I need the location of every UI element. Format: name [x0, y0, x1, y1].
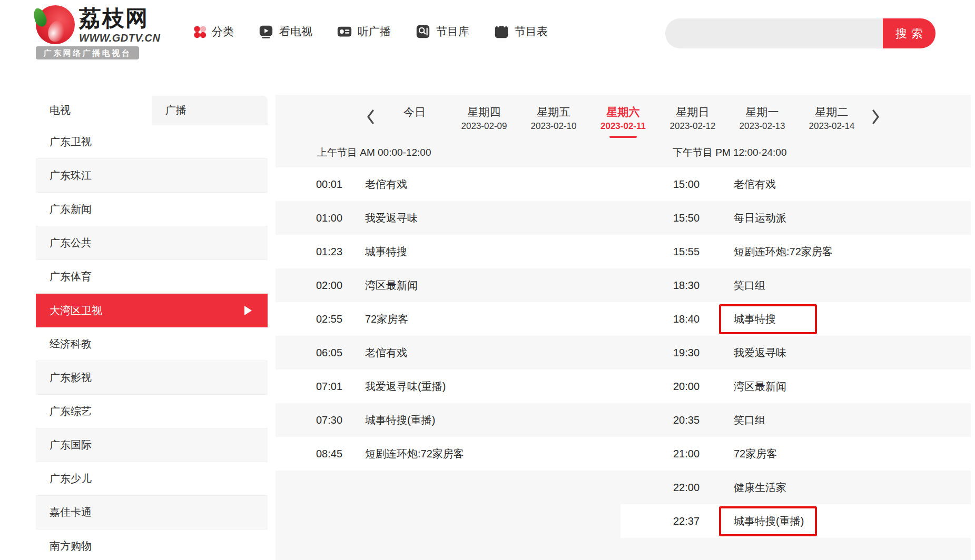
categories-icon	[193, 25, 206, 38]
program-row[interactable]: 02:00湾区最新闻	[275, 268, 621, 302]
nav-item-listen-radio[interactable]: 听广播	[337, 24, 391, 39]
program-title: 每日运动派	[734, 211, 786, 225]
channel-label: 广东体育	[36, 269, 92, 284]
channel-label: 广东珠江	[36, 168, 92, 183]
sidebar-channel[interactable]: 广东国际	[36, 428, 268, 462]
sidebar-channel[interactable]: 嘉佳卡通	[36, 496, 268, 529]
program-time: 20:35	[673, 414, 734, 426]
sidebar-channel-selected[interactable]: 大湾区卫视	[36, 294, 268, 327]
program-row[interactable]: 20:35笑口组	[621, 403, 971, 437]
date-nav-today[interactable]: 今日	[380, 104, 449, 138]
date-nav-day[interactable]: 星期四2023-02-09	[449, 104, 519, 138]
sidebar-channel[interactable]: 广东新闻	[36, 193, 268, 226]
channel-label: 广东综艺	[36, 404, 92, 418]
program-row[interactable]: 15:50每日运动派	[621, 201, 971, 235]
program-title: 笑口组	[734, 413, 765, 427]
sidebar-channel[interactable]: 广东影视	[36, 361, 268, 395]
sidebar: 电视 广播 广东卫视广东珠江广东新闻广东公共广东体育大湾区卫视经济科教广东影视广…	[36, 96, 268, 560]
program-row[interactable]: 15:00老倌有戏	[621, 167, 971, 201]
program-row[interactable]: 07:01我爱返寻味(重播)	[275, 369, 621, 403]
program-row[interactable]: 00:01老倌有戏	[275, 167, 621, 201]
channel-label: 嘉佳卡通	[36, 505, 92, 519]
channel-list: 广东卫视广东珠江广东新闻广东公共广东体育大湾区卫视经济科教广东影视广东综艺广东国…	[36, 125, 268, 560]
program-row[interactable]: 21:0072家房客	[621, 437, 971, 471]
sidebar-channel[interactable]: 南方购物	[36, 529, 268, 560]
nav-item-program-library[interactable]: 节目库	[415, 24, 469, 39]
date-nav-day-selected[interactable]: 星期六2023-02-11	[588, 104, 658, 138]
logo-highlight	[45, 18, 68, 45]
sidebar-channel[interactable]: 广东卫视	[36, 125, 268, 159]
program-time: 22:00	[673, 482, 734, 494]
logo-title: 荔枝网	[79, 5, 142, 32]
channel-label: 南方购物	[36, 539, 92, 553]
tab-tv[interactable]: 电视	[36, 96, 152, 125]
sidebar-tabs: 电视 广播	[36, 96, 268, 125]
logo-subtitle: 广东网络广播电视台	[36, 46, 139, 59]
program-time: 15:50	[673, 212, 734, 224]
site-header: 荔枝网 WWW.GDTV.CN 广东网络广播电视台 分类看电视听广播节目库节目表…	[0, 0, 975, 71]
search-input[interactable]	[665, 18, 883, 48]
program-title: 我爱返寻味	[365, 211, 418, 225]
program-row[interactable]: 22:00健康生活家	[621, 471, 971, 504]
program-row[interactable]: 01:00我爱返寻味	[275, 201, 621, 235]
sidebar-channel[interactable]: 经济科教	[36, 327, 268, 361]
program-time: 07:01	[316, 381, 365, 393]
program-row[interactable]: 19:30我爱返寻味	[621, 336, 971, 369]
program-title: 老倌有戏	[365, 177, 407, 192]
channel-label: 广东新闻	[36, 202, 92, 216]
sidebar-channel[interactable]: 广东珠江	[36, 159, 268, 193]
program-title: 72家房客	[365, 312, 408, 326]
pm-header: 下午节目 PM 12:00-24:00	[673, 143, 786, 162]
program-title: 笑口组	[734, 278, 765, 293]
listen-radio-icon	[337, 24, 352, 39]
channel-label: 广东卫视	[36, 135, 92, 149]
program-row[interactable]: 18:40城事特搜	[621, 302, 971, 336]
program-row[interactable]: 08:45短剧连环炮:72家房客	[275, 437, 621, 471]
program-time: 15:55	[673, 246, 734, 258]
program-row[interactable]: 07:30城事特搜(重播)	[275, 403, 621, 437]
channel-label: 大湾区卫视	[36, 304, 102, 318]
chevron-left-icon[interactable]	[361, 108, 380, 125]
program-row[interactable]: 01:23城事特搜	[275, 235, 621, 268]
date-nav-day[interactable]: 星期五2023-02-10	[519, 104, 588, 138]
program-row[interactable]: 02:5572家房客	[275, 302, 621, 336]
program-title: 我爱返寻味	[734, 346, 786, 360]
program-row[interactable]: 15:55短剧连环炮:72家房客	[621, 235, 971, 268]
program-row[interactable]: 06:05老倌有戏	[275, 336, 621, 369]
nav-item-program-schedule[interactable]: 节目表	[494, 24, 548, 39]
program-title: 健康生活家	[734, 481, 786, 495]
column-filler	[275, 471, 621, 560]
program-time: 00:01	[316, 178, 365, 191]
program-row[interactable]: 18:30笑口组	[621, 268, 971, 302]
program-time: 21:00	[673, 448, 734, 460]
program-time: 20:00	[673, 381, 734, 393]
program-time: 07:30	[316, 414, 365, 426]
nav-item-categories[interactable]: 分类	[193, 24, 234, 39]
top-nav: 分类看电视听广播节目库节目表	[193, 19, 548, 44]
date-nav-day[interactable]: 星期日2023-02-12	[658, 104, 727, 138]
program-time: 02:55	[316, 313, 365, 325]
program-row[interactable]: 20:00湾区最新闻	[621, 369, 971, 403]
program-time: 01:00	[316, 212, 365, 224]
sidebar-channel[interactable]: 广东体育	[36, 260, 268, 294]
channel-label: 广东影视	[36, 371, 92, 385]
program-title: 湾区最新闻	[365, 278, 418, 293]
program-time: 15:00	[673, 178, 734, 191]
date-nav-day[interactable]: 星期一2023-02-13	[727, 104, 797, 138]
program-title: 老倌有戏	[365, 346, 407, 360]
search-button[interactable]: 搜索	[883, 18, 935, 48]
lychee-logo-icon	[36, 5, 75, 44]
program-title-highlighted: 城事特搜	[719, 304, 817, 334]
chevron-right-icon[interactable]	[866, 108, 885, 125]
date-nav-day[interactable]: 星期二2023-02-14	[797, 104, 866, 138]
channel-label: 广东公共	[36, 236, 92, 250]
tab-radio[interactable]: 广播	[152, 96, 268, 125]
program-time: 06:05	[316, 347, 365, 359]
sidebar-channel[interactable]: 广东综艺	[36, 395, 268, 428]
leaf-icon	[32, 6, 49, 28]
sidebar-channel[interactable]: 广东公共	[36, 226, 268, 260]
sidebar-channel[interactable]: 广东少儿	[36, 462, 268, 496]
program-row[interactable]: 22:37城事特搜(重播)	[621, 504, 971, 538]
nav-item-watch-tv[interactable]: 看电视	[258, 24, 312, 39]
site-logo[interactable]: 荔枝网 WWW.GDTV.CN 广东网络广播电视台	[36, 2, 139, 59]
